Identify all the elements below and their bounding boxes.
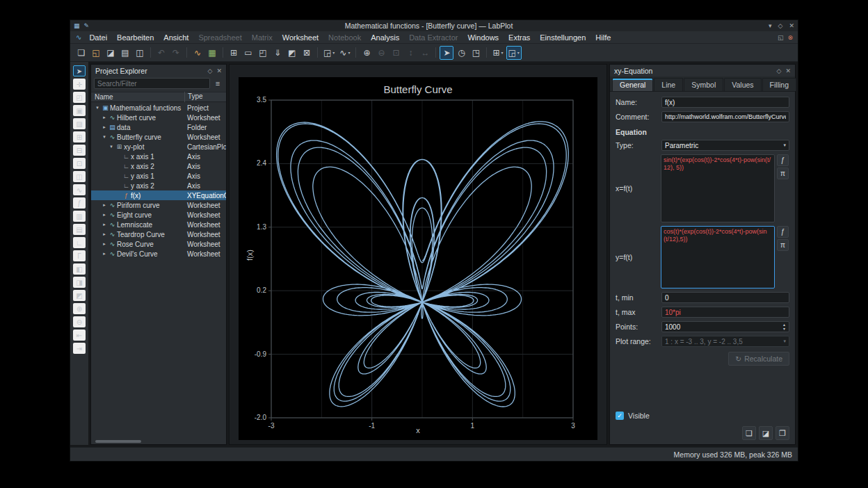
insert-function-button[interactable]: ƒ [777, 226, 789, 238]
chevron-right-icon[interactable]: ▸ [101, 124, 108, 130]
copy-settings-button[interactable]: ❐ [775, 426, 789, 440]
close-dock-icon[interactable]: ✕ [785, 67, 791, 74]
titlebar[interactable]: ▦ ✎ Mathematical functions - [Butterfly … [70, 20, 798, 31]
tree-item-xy-plot[interactable]: ▾⊞xy-plotCartesianPlot [91, 142, 226, 152]
tab-values[interactable]: Values [724, 78, 761, 91]
maximize-icon[interactable]: ◇ [778, 22, 783, 29]
tree-item-mathematical-functions[interactable]: ▾▣Mathematical functionsProject [91, 103, 226, 113]
horizontal-scrollbar[interactable] [91, 439, 226, 444]
menu-analysis[interactable]: Analysis [366, 33, 404, 42]
presenter-mode-icon[interactable]: ◷ [454, 46, 468, 60]
chevron-right-icon[interactable]: ▸ [101, 115, 108, 120]
scrollbar-thumb[interactable] [95, 440, 141, 443]
t-max-field[interactable] [661, 307, 789, 318]
spinner-arrows-icon[interactable]: ▴▾ [780, 322, 788, 332]
add-plot-four-axes-icon[interactable]: ⊞ [73, 131, 86, 143]
redo-icon[interactable]: ↷ [169, 46, 183, 60]
zoom-fit-height-icon[interactable]: ↕ [403, 46, 417, 60]
tree-item-hilbert-curve[interactable]: ▸∿Hilbert curveWorksheet [91, 113, 226, 122]
tree-item-data[interactable]: ▸▤dataFolder [91, 122, 226, 132]
float-dock-icon[interactable]: ◇ [208, 67, 213, 74]
save-icon[interactable]: ◪ [104, 46, 118, 60]
filter-icon[interactable]: ≡ [212, 78, 223, 89]
chevron-down-icon[interactable]: ▾ [108, 144, 115, 149]
points-field[interactable] [661, 321, 789, 332]
chevron-down-icon[interactable]: ▾ [101, 134, 108, 140]
add-curve-icon[interactable]: ∿ [73, 184, 86, 195]
add-curve-icon[interactable]: ∿▾ [337, 46, 352, 60]
tree-item-piriform-curve[interactable]: ▸∿Piriform curveWorksheet [91, 200, 226, 210]
chevron-right-icon[interactable]: ▸ [101, 241, 108, 247]
x-equation-input[interactable]: sin(t)*(exp(cos(t))-2*cos(4*t)-pow(sin(t… [661, 154, 775, 222]
chevron-right-icon[interactable]: ▸ [101, 231, 108, 237]
new-matrix-icon[interactable]: ⊞ [227, 46, 241, 60]
tree-item-devil-s-curve[interactable]: ▸∿Devil's CurveWorksheet [91, 249, 226, 259]
shift-right-x-icon[interactable]: ⇥ [73, 343, 86, 354]
undo-icon[interactable]: ↶ [154, 46, 168, 60]
comment-field[interactable] [661, 111, 789, 122]
new-plot-icon[interactable]: ◰ [256, 46, 270, 60]
zoom-out-icon[interactable]: ⊖ [374, 46, 388, 60]
equation-type-select[interactable]: Parametric ▾ [661, 140, 789, 151]
new-document-icon[interactable]: ❏ [74, 46, 88, 60]
tree-item-x-axis-1[interactable]: ∟x axis 1Axis [91, 152, 226, 161]
tab-line[interactable]: Line [654, 78, 683, 91]
menu-worksheet[interactable]: Worksheet [278, 33, 323, 42]
tree-item-y-axis-2[interactable]: ∟y axis 2Axis [91, 181, 226, 190]
t-min-field[interactable] [661, 292, 789, 303]
new-worksheet-icon[interactable]: ∿ [191, 46, 204, 60]
menu-bearbeiten[interactable]: Bearbeiten [112, 33, 159, 42]
auto-scale-icon[interactable]: ◧ [73, 263, 86, 275]
menu-hilfe[interactable]: Hilfe [590, 33, 616, 42]
add-plot-box-icon[interactable]: ◫ [73, 171, 86, 182]
tree-item-lemniscate[interactable]: ▸∿LemniscateWorksheet [91, 220, 226, 229]
chevron-right-icon[interactable]: ▸ [101, 202, 108, 208]
column-header-type[interactable]: Type [184, 92, 203, 102]
print-preview-icon[interactable]: ◫ [133, 46, 147, 60]
crosshair-tool-icon[interactable]: ✛ [73, 79, 86, 90]
new-note-icon[interactable]: ▭ [241, 46, 255, 60]
zoom-fit-icon[interactable]: ⊡ [389, 46, 403, 60]
tree-item-x-axis-2[interactable]: ∟x axis 2Axis [91, 161, 226, 171]
close-icon[interactable]: ✕ [789, 22, 794, 29]
menu-windows[interactable]: Windows [463, 33, 504, 42]
xy-equation-header[interactable]: xy-Equation ◇ ✕ [610, 65, 795, 76]
tree-item-butterfly-curve[interactable]: ▾∿Butterfly curveWorksheet [91, 132, 226, 142]
auto-scale-x-icon[interactable]: ◨ [73, 277, 86, 288]
load-template-button[interactable]: ❏ [742, 426, 756, 440]
tab-symbol[interactable]: Symbol [684, 78, 723, 91]
add-plot-centered-icon[interactable]: ⊡ [73, 158, 86, 169]
import-file-icon[interactable]: ⇓ [271, 46, 284, 60]
close-child-window-icon[interactable]: ⊗ [787, 34, 793, 41]
zoom-in-plot-icon[interactable]: ⊕ [73, 303, 86, 314]
print-icon[interactable]: ▤ [118, 46, 132, 60]
chevron-right-icon[interactable]: ▸ [101, 251, 108, 257]
shift-left-x-icon[interactable]: ⇤ [73, 330, 86, 341]
worksheet-view[interactable]: -3-1133.52.41.30.2-0.9-2.0 Butterfly Cur… [229, 64, 607, 445]
cartesian-plot-mode-icon[interactable]: ⊞▾ [490, 46, 505, 60]
add-image-icon[interactable]: ▨ [73, 118, 86, 129]
import-sql-icon[interactable]: ◩ [285, 46, 299, 60]
add-legend-icon[interactable]: ▤ [73, 224, 86, 235]
pin-icon[interactable]: ✎ [84, 22, 90, 29]
zoom-in-icon[interactable]: ⊕ [360, 46, 373, 60]
tree-item-eight-curve[interactable]: ▸∿Eight curveWorksheet [91, 210, 226, 220]
zoom-fit-width-icon[interactable]: ↔ [418, 46, 432, 60]
new-spreadsheet-icon[interactable]: ▦ [205, 46, 219, 60]
recalculate-button[interactable]: ↻ Recalculate [728, 352, 789, 366]
project-explorer-header[interactable]: Project Explorer ◇ ✕ [91, 65, 226, 76]
name-field[interactable] [661, 97, 789, 108]
add-axis-icon[interactable]: ∟ [73, 237, 86, 248]
zoom-out-plot-icon[interactable]: ⊖ [73, 316, 86, 327]
tree-item-rose-curve[interactable]: ▸∿Rose CurveWorksheet [91, 239, 226, 249]
points-spinbox[interactable]: ▴▾ [661, 321, 789, 332]
cartesian-zoom-icon[interactable]: ◲▾ [506, 46, 522, 60]
open-file-icon[interactable]: ◱ [89, 46, 103, 60]
save-template-button[interactable]: ◪ [759, 426, 773, 440]
zoom-select-tool-icon[interactable]: ◰ [73, 92, 86, 103]
auto-scale-y-icon[interactable]: ◩ [73, 290, 86, 301]
column-header-name[interactable]: Name [91, 93, 113, 101]
menu-ansicht[interactable]: Ansicht [159, 33, 193, 42]
y-equation-input[interactable]: cos(t)*(exp(cos(t))-2*cos(4*t)-pow(sin(t… [661, 226, 775, 288]
worksheet-sheet[interactable]: -3-1133.52.41.30.2-0.9-2.0 Butterfly Cur… [239, 77, 597, 440]
